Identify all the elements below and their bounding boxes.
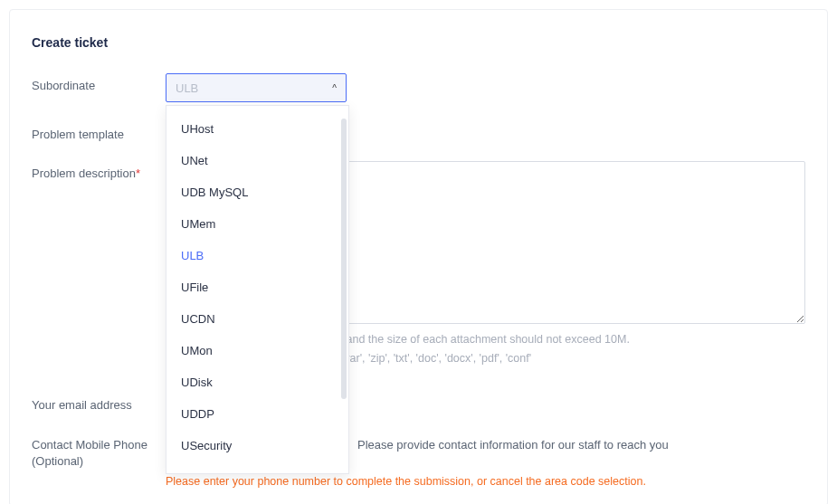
dropdown-option[interactable]: UDB MySQL	[166, 176, 348, 208]
dropdown-option[interactable]: UDisk	[166, 366, 348, 398]
label-description: Problem description*	[32, 161, 166, 180]
dropdown-option[interactable]: USecurity	[166, 430, 348, 461]
phone-hint: Please provide contact information for o…	[357, 432, 669, 452]
dropdown-scrollbar[interactable]	[341, 119, 347, 399]
subordinate-dropdown: UHostUNetUDB MySQLUMemULBUFileUCDNUMonUD…	[166, 105, 349, 474]
row-phone: Contact Mobile Phone (Optional) Please p…	[32, 432, 805, 470]
phone-error: Please enter your phone number to comple…	[166, 475, 805, 488]
select-value: ULB	[176, 81, 198, 95]
dropdown-option[interactable]: UMon	[166, 335, 348, 366]
label-phone: Contact Mobile Phone (Optional)	[32, 432, 166, 470]
label-subordinate: Subordinate	[32, 73, 166, 92]
label-attach-spacer	[32, 347, 166, 352]
row-subordinate: Subordinate ULB ^ UHostUNetUDB MySQLUMem…	[32, 73, 805, 102]
dropdown-option[interactable]: UDDP	[166, 398, 348, 430]
row-attachment: attachments can be uploaded and the size…	[32, 331, 805, 367]
dropdown-option[interactable]: UAccount	[166, 461, 348, 466]
label-email: Your email address	[32, 393, 166, 412]
row-email: Your email address	[32, 393, 805, 412]
row-description: Problem description*	[32, 161, 805, 324]
subordinate-select[interactable]: ULB ^ UHostUNetUDB MySQLUMemULBUFileUCDN…	[166, 73, 347, 102]
chevron-up-icon: ^	[332, 83, 337, 93]
label-template: Problem template	[32, 122, 166, 141]
dropdown-option[interactable]: UHost	[166, 113, 348, 145]
dropdown-option[interactable]: UMem	[166, 208, 348, 240]
row-template: Problem template	[32, 122, 805, 141]
create-ticket-card: Create ticket Subordinate ULB ^ UHostUNe…	[9, 9, 828, 504]
dropdown-option[interactable]: ULB	[166, 240, 348, 271]
dropdown-option[interactable]: UFile	[166, 271, 348, 303]
dropdown-option[interactable]: UCDN	[166, 303, 348, 335]
page-title: Create ticket	[32, 35, 805, 50]
dropdown-option[interactable]: UNet	[166, 145, 348, 176]
